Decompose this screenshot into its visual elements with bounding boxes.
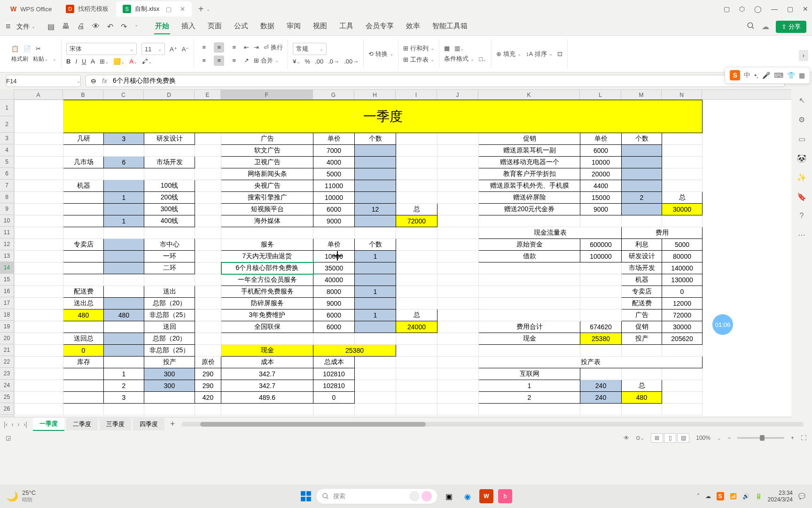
wps-taskbar-icon[interactable]: W — [479, 489, 493, 503]
ime-punct-icon[interactable]: •, — [754, 71, 758, 79]
sheet-next-icon[interactable]: › — [17, 421, 20, 428]
tab-page[interactable]: 页面 — [207, 19, 223, 34]
align-middle-icon[interactable]: ≡ — [214, 42, 224, 53]
spreadsheet-grid[interactable]: ABCDEFGHIJKLMN 1234567891011121314151617… — [0, 89, 812, 417]
ime-keyboard-icon[interactable]: ⌨ — [774, 71, 783, 79]
paste-button[interactable]: 粘贴⌄ — [33, 55, 48, 63]
tab-tools[interactable]: 工具 — [338, 19, 354, 34]
orientation-icon[interactable]: ↗ — [244, 57, 249, 64]
sheet-first-icon[interactable]: |‹ — [4, 421, 8, 428]
search-icon[interactable] — [747, 22, 755, 32]
eye-icon[interactable]: 👁 — [624, 435, 629, 441]
sheet-prev-icon[interactable]: ‹ — [11, 421, 14, 428]
close-tab-icon[interactable]: × — [180, 4, 185, 14]
normal-view-icon[interactable]: ⊞ — [651, 433, 663, 443]
strike-button[interactable]: A̶ — [91, 58, 95, 65]
close-window-icon[interactable]: ✕ — [803, 5, 808, 13]
table-format-icon[interactable]: ▦ — [444, 45, 450, 52]
dec-dec-icon[interactable]: .00→ — [344, 58, 359, 65]
row-col-button[interactable]: ⊞行和列⌄ — [403, 44, 434, 53]
edge-icon[interactable]: ◉ — [461, 489, 475, 503]
sheet-tab-q2[interactable]: 二季度 — [66, 418, 98, 430]
taskbar-search[interactable]: 搜索 — [316, 488, 438, 504]
name-box-chevron[interactable]: ⌄ — [77, 79, 80, 84]
cut-icon[interactable]: ✂ — [36, 45, 41, 52]
horizontal-scrollbar[interactable] — [181, 422, 804, 427]
user-avatar-icon[interactable]: ◯ — [754, 5, 762, 13]
indent-dec-icon[interactable]: ⇤ — [244, 44, 249, 51]
start-button[interactable] — [300, 490, 312, 502]
dec-inc-icon[interactable]: .0→ — [328, 58, 339, 65]
add-tab-icon[interactable]: + — [198, 4, 204, 15]
print-icon[interactable]: 🖨 — [77, 22, 85, 31]
font-select[interactable]: 宋体⌄ — [66, 43, 137, 55]
fx-icon[interactable]: fx — [102, 77, 107, 85]
save-icon[interactable]: ▤ — [47, 22, 55, 31]
bilibili-icon[interactable]: b — [498, 489, 512, 503]
maximize-icon[interactable]: ▢ — [787, 5, 793, 13]
underline-button[interactable]: U — [82, 58, 86, 65]
copy-icon[interactable]: 📄 — [23, 45, 31, 52]
export-icon[interactable]: 🖶 — [62, 22, 70, 31]
bold-button[interactable]: B — [66, 58, 70, 65]
style-icon[interactable]: ▭ — [798, 135, 805, 143]
template-tab[interactable]: D 找稻壳模板 — [59, 1, 115, 16]
comma-icon[interactable]: ,00 — [315, 58, 323, 65]
fullscreen-icon[interactable]: ⛶ — [801, 435, 806, 441]
tray-battery-icon[interactable]: 🔋 — [755, 493, 762, 500]
zoom-out-icon[interactable]: − — [727, 435, 731, 441]
bookmark-icon[interactable]: 🔖 — [797, 192, 806, 201]
font-color-button[interactable]: A⌄ — [129, 58, 137, 65]
help-icon[interactable]: ? — [800, 212, 804, 220]
star-icon[interactable]: ✨ — [797, 173, 806, 182]
ime-lang[interactable]: 中 — [744, 71, 750, 79]
cursor-tool-icon[interactable]: ↖ — [799, 96, 805, 105]
redo-icon[interactable]: ↷ — [121, 22, 127, 31]
cond-format-button[interactable]: 条件格式⌄ — [444, 55, 474, 63]
italic-button[interactable]: I — [75, 58, 77, 65]
feedback-icon[interactable]: ☁ — [762, 22, 769, 31]
percent-icon[interactable]: % — [305, 58, 311, 65]
page-layout-icon[interactable]: ▯ — [664, 433, 676, 443]
grid-cells[interactable]: 一季度几研3研发设计广告单价个数促销单价个数软文广告7000赠送原装耳机一副60… — [14, 100, 803, 417]
share-button[interactable]: ⇪ 分享 — [776, 21, 806, 33]
ime-voice-icon[interactable]: 🎤 — [762, 71, 770, 79]
tab-menu-chevron[interactable]: ⌄ — [206, 7, 210, 12]
formula-input[interactable]: ⊖ fx 6个月核心部件免费换 — [86, 75, 785, 87]
hamburger-icon[interactable]: ≡ — [6, 22, 11, 32]
taskview-icon[interactable]: ▣ — [442, 489, 456, 503]
overlay-icon[interactable]: ▢ — [166, 6, 172, 13]
weather-widget[interactable]: 🌙 25°C 晴朗 — [7, 489, 36, 503]
page-break-icon[interactable]: ▤ — [677, 433, 689, 443]
zoom-slider[interactable] — [737, 437, 784, 439]
font-size-select[interactable]: 11⌄ — [141, 43, 165, 55]
tray-wifi-icon[interactable]: 📶 — [730, 493, 737, 500]
border-button[interactable]: ⊞⌄ — [100, 58, 109, 65]
currency-icon[interactable]: ¥⌄ — [293, 58, 300, 65]
paste-icon[interactable]: 📋 — [11, 45, 19, 52]
settings-icon[interactable]: ⚙ — [798, 115, 805, 124]
fill-button[interactable]: ⊕填充⌄ — [496, 50, 521, 58]
tab-member[interactable]: 会员专享 — [365, 19, 395, 34]
ime-skin-icon[interactable]: 👕 — [787, 71, 795, 79]
align-center-icon[interactable]: ≡ — [214, 56, 224, 66]
sheet-last-icon[interactable]: ›| — [23, 421, 27, 428]
more-dots-icon[interactable]: ⋯ — [798, 230, 805, 239]
merge-button[interactable]: ⊞合并⌄ — [254, 56, 279, 65]
ime-toolbar[interactable]: S 中 •, 🎤 ⌨ 👕 ▦ — [725, 67, 810, 84]
file-tab[interactable]: S 自制.xlsx ▢ × — [116, 1, 192, 16]
preview-icon[interactable]: 👁 — [92, 22, 100, 31]
number-format-select[interactable]: 常规⌄ — [293, 43, 327, 55]
sheet-tab-q3[interactable]: 三季度 — [100, 418, 131, 430]
tray-chevron-icon[interactable]: ˄ — [697, 493, 700, 500]
undo-icon[interactable]: ↶ — [107, 22, 113, 31]
tab-efficiency[interactable]: 效率 — [405, 19, 421, 34]
align-left-icon[interactable]: ≡ — [199, 56, 209, 66]
select-all-corner[interactable] — [0, 89, 14, 100]
file-menu[interactable]: 文件 ⌄ — [16, 23, 35, 31]
tray-volume-icon[interactable]: 🔊 — [742, 493, 750, 500]
qat-chevron[interactable]: ⌄ — [134, 22, 138, 31]
cell-border-button[interactable]: □⌄ — [479, 56, 486, 63]
align-top-icon[interactable]: ≡ — [199, 42, 209, 53]
tab-smartbox[interactable]: 智能工具箱 — [431, 19, 468, 34]
